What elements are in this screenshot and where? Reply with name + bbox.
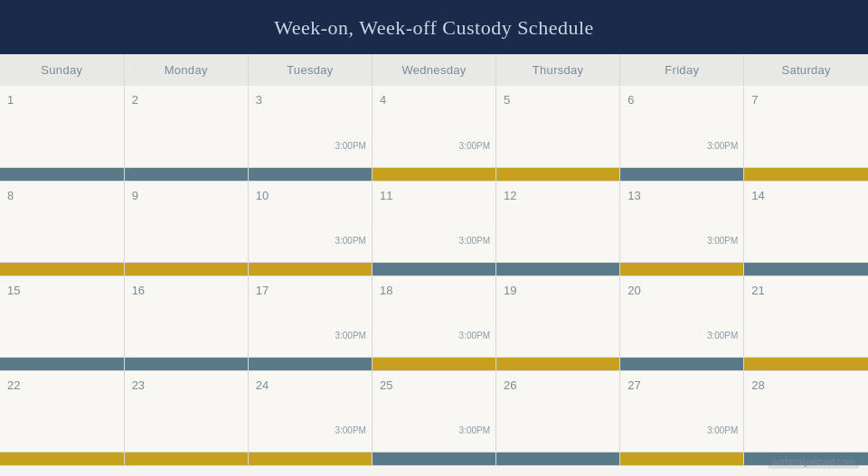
blue-bar [373,453,495,465]
day-cell-23: 23 [124,370,248,452]
blue-bar [125,358,248,370]
bar-cell-3 [372,167,495,181]
day-cell-4: 43:00PM [372,86,495,167]
bar-cell-6 [744,167,868,181]
time-label: 3:00PM [459,425,490,435]
day-cell-20: 203:00PM [620,275,744,357]
time-label: 3:00PM [707,141,738,151]
bar-cell-4 [496,357,620,370]
day-header-wednesday: Wednesday [372,54,495,86]
day-cell-22: 22 [0,370,124,452]
blue-bar [125,168,248,181]
time-label: 3:00PM [335,236,365,246]
time-label: 3:00PM [707,425,738,435]
blue-bar [620,358,743,370]
day-cell-27: 273:00PM [620,370,744,452]
bar-cell-2 [248,452,372,465]
watermark: ourfamilywizard.com [768,455,859,469]
day-cell-5: 5 [496,86,620,167]
time-label: 3:00PM [707,236,738,246]
day-cell-10: 103:00PM [248,181,372,262]
bar-cell-3 [372,357,495,370]
date-number: 14 [751,189,764,202]
day-cell-21: 21 [744,275,868,357]
header: Week-on, Week-off Custody Schedule [0,0,868,54]
date-number: 13 [627,189,640,202]
time-label: 3:00PM [335,141,365,151]
bar-cell-0 [0,357,124,370]
gold-bar [125,263,248,275]
time-label: 3:00PM [335,331,365,341]
date-number: 21 [751,284,764,297]
day-header-monday: Monday [124,54,248,86]
date-number: 10 [256,189,269,202]
bar-cell-6 [744,357,868,370]
day-cell-14: 14 [744,181,868,262]
date-number: 12 [504,189,516,202]
bar-cell-1 [124,167,248,181]
week-row-2: 89103:00PM113:00PM12133:00PM14 [0,181,868,262]
date-number: 11 [380,189,392,202]
date-number: 19 [504,284,516,297]
blue-bar [496,453,619,465]
bar-cell-1 [124,452,248,465]
bar-cell-5 [620,357,744,370]
time-label: 3:00PM [335,425,365,435]
date-number: 5 [504,93,510,107]
blue-bar [496,263,619,275]
bar-cell-2 [248,262,372,275]
day-header-thursday: Thursday [496,54,620,86]
day-cell-15: 15 [0,275,124,357]
bar-cell-4 [496,262,620,275]
blue-bar [249,358,372,370]
day-header-saturday: Saturday [744,54,868,86]
date-number: 15 [7,284,20,297]
day-cell-9: 9 [124,181,248,262]
bar-cell-6 [744,262,868,275]
day-cell-1: 1 [0,86,124,167]
gold-bar [373,358,495,370]
gold-bar [249,453,372,465]
day-header-row: SundayMondayTuesdayWednesdayThursdayFrid… [0,54,868,86]
date-number: 27 [627,378,640,392]
gold-bar [496,168,619,181]
gold-bar [373,168,495,181]
date-number: 2 [132,93,138,107]
day-cell-19: 19 [496,275,620,357]
blue-bar [744,263,868,275]
blue-bar [0,358,124,370]
time-label: 3:00PM [707,331,738,341]
gold-bar [744,168,868,181]
gold-bar [620,263,743,275]
bar-row-1 [0,167,868,181]
gold-bar [0,263,124,275]
calendar-table: SundayMondayTuesdayWednesdayThursdayFrid… [0,54,868,466]
gold-bar [620,453,743,465]
blue-bar [0,168,124,181]
gold-bar [125,453,248,465]
day-cell-12: 12 [496,181,620,262]
date-number: 1 [7,93,14,107]
bar-cell-5 [620,167,744,181]
bar-row-2 [0,262,868,275]
bar-cell-1 [124,262,248,275]
day-cell-24: 243:00PM [248,370,372,452]
bar-cell-1 [124,357,248,370]
day-cell-6: 63:00PM [620,86,744,167]
day-cell-26: 26 [496,370,620,452]
bar-cell-0 [0,262,124,275]
day-cell-7: 7 [744,86,868,167]
date-number: 20 [627,284,640,297]
bar-cell-2 [248,167,372,181]
time-label: 3:00PM [459,331,490,341]
date-number: 8 [7,189,14,202]
date-number: 16 [132,284,145,297]
time-label: 3:00PM [459,236,490,246]
date-number: 23 [132,378,145,392]
date-number: 17 [256,284,269,297]
week-row-3: 1516173:00PM183:00PM19203:00PM21 [0,275,868,357]
day-cell-28: 28 [744,370,868,452]
bar-row-3 [0,357,868,370]
blue-bar [373,263,495,275]
date-number: 24 [256,378,269,392]
